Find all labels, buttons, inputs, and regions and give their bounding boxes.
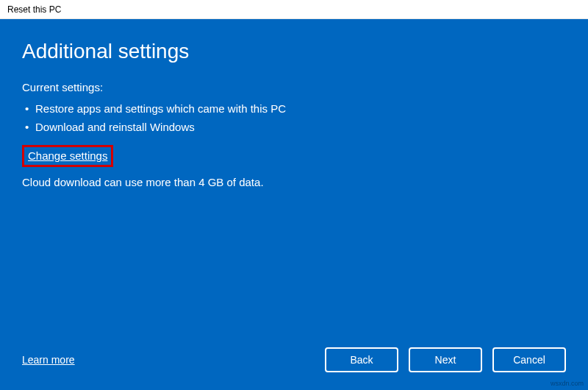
cancel-button[interactable]: Cancel: [492, 347, 566, 372]
cloud-download-note: Cloud download can use more than 4 GB of…: [22, 176, 566, 188]
button-row: Back Next Cancel: [325, 347, 566, 372]
list-item: Restore apps and settings which came wit…: [22, 99, 566, 118]
change-settings-highlight: Change settings: [22, 145, 113, 167]
window-titlebar: Reset this PC: [0, 0, 588, 19]
learn-more-link[interactable]: Learn more: [22, 354, 75, 366]
footer-bar: Learn more Back Next Cancel: [22, 347, 566, 372]
current-settings-label: Current settings:: [22, 81, 566, 93]
page-heading: Additional settings: [22, 40, 566, 63]
window-title: Reset this PC: [7, 4, 61, 15]
back-button[interactable]: Back: [325, 347, 398, 372]
change-settings-link[interactable]: Change settings: [28, 149, 107, 162]
next-button[interactable]: Next: [409, 347, 482, 372]
watermark: wsxdn.com: [551, 380, 584, 387]
settings-bullet-list: Restore apps and settings which came wit…: [22, 99, 566, 136]
list-item: Download and reinstall Windows: [22, 118, 566, 136]
main-panel: Additional settings Current settings: Re…: [0, 19, 588, 390]
